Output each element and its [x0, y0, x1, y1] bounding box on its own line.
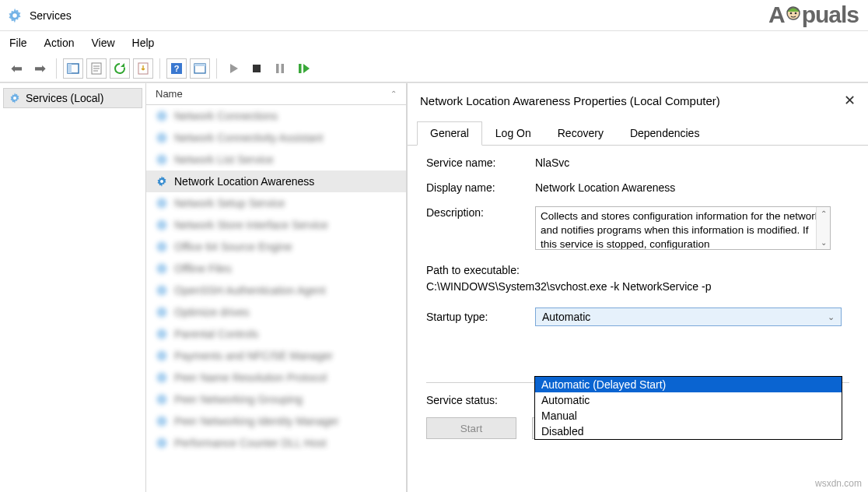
description-box[interactable]: Collects and stores configuration inform…	[535, 206, 831, 250]
service-row[interactable]: Network List Service	[146, 149, 406, 170]
toolbar-refresh-button[interactable]	[110, 58, 130, 79]
svg-point-26	[160, 202, 163, 205]
menu-file[interactable]: File	[9, 37, 27, 49]
service-row[interactable]: Optimize drives	[146, 301, 406, 323]
service-name-label: Network Location Awareness	[174, 175, 314, 188]
tab-recovery[interactable]: Recovery	[544, 121, 617, 146]
close-button[interactable]: ✕	[844, 92, 856, 109]
svg-point-19	[160, 114, 163, 118]
menu-view[interactable]: View	[91, 37, 114, 49]
svg-text:?: ?	[174, 64, 180, 73]
svg-point-23	[160, 158, 163, 161]
service-list: Name ⌃ Network Connections Network Conne…	[146, 83, 407, 492]
menu-help[interactable]: Help	[132, 37, 155, 49]
toolbar-start-button[interactable]	[223, 58, 243, 79]
svg-point-46	[160, 420, 163, 423]
value-service-name: NlaSvc	[535, 156, 849, 169]
sort-indicator-icon: ⌃	[390, 90, 397, 98]
service-row[interactable]: OpenSSH Authentication Agent	[146, 279, 406, 301]
svg-point-28	[160, 223, 163, 227]
app-title: Services	[30, 9, 72, 22]
column-header-name[interactable]: Name ⌃	[146, 83, 406, 105]
tab-dependencies[interactable]: Dependencies	[617, 121, 713, 146]
service-row[interactable]: Peer Networking Grouping	[146, 388, 406, 410]
svg-point-38	[160, 332, 163, 336]
svg-point-1	[12, 13, 17, 18]
svg-rect-3	[68, 64, 72, 73]
gear-icon	[156, 175, 168, 188]
properties-dialog: Network Location Awareness Properties (L…	[407, 83, 868, 492]
service-row-selected[interactable]: Network Location Awareness	[146, 170, 406, 192]
service-row[interactable]: Peer Name Resolution Protocol	[146, 367, 406, 388]
svg-point-42	[160, 376, 163, 379]
menu-action[interactable]: Action	[44, 37, 75, 49]
option-manual[interactable]: Manual	[535, 408, 842, 423]
app-icon	[6, 7, 23, 24]
service-row[interactable]: Network Connections	[146, 105, 406, 127]
startup-type-combo[interactable]: Automatic ⌄	[535, 308, 842, 326]
dialog-title: Network Location Awareness Properties (L…	[420, 94, 720, 107]
label-startup-type: Startup type:	[426, 311, 535, 323]
toolbar-export-button[interactable]	[133, 58, 153, 79]
start-button[interactable]: Start	[426, 417, 516, 439]
option-disabled[interactable]: Disabled	[535, 423, 842, 439]
toolbar-pause-button[interactable]	[270, 58, 290, 79]
service-row[interactable]: Offline Files	[146, 258, 406, 279]
svg-point-21	[160, 136, 163, 139]
service-row[interactable]: Network Setup Service	[146, 192, 406, 214]
service-row[interactable]: Office 64 Source Engine	[146, 236, 406, 258]
svg-point-51	[794, 12, 796, 15]
label-service-status: Service status:	[426, 394, 535, 406]
svg-rect-12	[194, 64, 205, 66]
toolbar-restart-button[interactable]	[293, 58, 313, 79]
startup-type-dropdown[interactable]: Automatic (Delayed Start) Automatic Manu…	[534, 376, 842, 440]
service-row[interactable]: Payments and NFC/SE Manager	[146, 345, 406, 367]
svg-rect-14	[276, 64, 279, 73]
svg-point-44	[160, 398, 163, 401]
sidebar-item-label: Services (Local)	[26, 92, 103, 104]
toolbar-show-hide-button[interactable]	[63, 58, 83, 79]
svg-rect-15	[282, 64, 285, 73]
description-scrollbar[interactable]: ⌃⌄	[816, 207, 830, 249]
watermark-logo: A puals	[768, 2, 859, 28]
sidebar-item-services-local[interactable]: Services (Local)	[3, 88, 142, 108]
tab-general[interactable]: General	[417, 121, 482, 146]
tab-logon[interactable]: Log On	[482, 121, 544, 146]
watermark-url: wsxdn.com	[815, 478, 862, 489]
svg-point-24	[160, 180, 163, 183]
toolbar-properties-button[interactable]	[86, 58, 107, 79]
svg-point-40	[160, 354, 163, 357]
option-automatic[interactable]: Automatic	[535, 392, 842, 408]
svg-rect-13	[253, 65, 261, 72]
svg-point-17	[13, 97, 16, 100]
toolbar-console-button[interactable]	[190, 58, 210, 79]
svg-point-48	[160, 441, 163, 445]
svg-rect-16	[299, 64, 302, 73]
service-row[interactable]: Performance Counter DLL Host	[146, 432, 406, 454]
value-display-name: Network Location Awareness	[535, 181, 849, 194]
toolbar-stop-button[interactable]	[247, 58, 267, 79]
option-automatic-delayed[interactable]: Automatic (Delayed Start)	[535, 377, 842, 392]
label-description: Description:	[426, 206, 535, 219]
label-service-name: Service name:	[426, 156, 535, 169]
service-row[interactable]: Parental Controls	[146, 323, 406, 345]
label-display-name: Display name:	[426, 181, 535, 194]
toolbar: ⬅ ➡ ?	[0, 54, 868, 83]
chevron-down-icon: ⌄	[828, 312, 835, 322]
toolbar-help-button[interactable]: ?	[166, 58, 187, 79]
svg-point-50	[789, 12, 792, 15]
sidebar: Services (Local)	[0, 83, 146, 492]
svg-point-34	[160, 289, 163, 292]
gear-icon	[9, 92, 21, 104]
nav-forward-button[interactable]: ➡	[30, 58, 50, 79]
svg-point-30	[160, 245, 163, 248]
service-row[interactable]: Network Store Interface Service	[146, 214, 406, 236]
service-row[interactable]: Network Connectivity Assistant	[146, 127, 406, 149]
menu-bar: File Action View Help	[0, 31, 868, 54]
nav-back-button[interactable]: ⬅	[6, 58, 26, 79]
label-path: Path to executable:	[426, 262, 849, 279]
svg-point-36	[160, 311, 163, 314]
service-row[interactable]: Peer Networking Identity Manager	[146, 410, 406, 432]
value-path: C:\WINDOWS\System32\svchost.exe -k Netwo…	[426, 279, 849, 295]
svg-point-32	[160, 267, 163, 270]
